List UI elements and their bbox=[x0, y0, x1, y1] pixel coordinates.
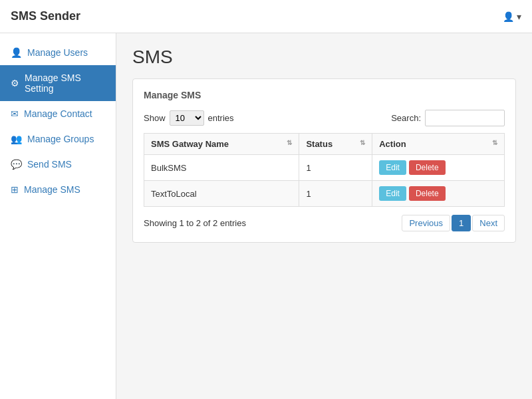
user-dropdown-arrow: ▾ bbox=[517, 11, 521, 22]
manage-contact-icon: ✉ bbox=[11, 108, 19, 119]
manage-users-label: Manage Users bbox=[27, 47, 88, 58]
send-sms-label: Send SMS bbox=[27, 159, 72, 170]
manage-groups-icon: 👥 bbox=[11, 134, 22, 144]
next-button[interactable]: Next bbox=[472, 215, 505, 231]
user-menu[interactable]: 👤 ▾ bbox=[503, 11, 521, 22]
manage-users-icon: 👤 bbox=[11, 47, 22, 58]
search-box: Search: bbox=[391, 110, 505, 126]
sidebar-item-manage-sms[interactable]: ⊞Manage SMS bbox=[0, 177, 116, 202]
sort-icon: ⇅ bbox=[287, 139, 292, 146]
col-action[interactable]: Action⇅ bbox=[372, 134, 505, 155]
manage-sms-icon: ⊞ bbox=[11, 184, 19, 195]
manage-contact-label: Manage Contact bbox=[24, 108, 92, 119]
table-header-row: SMS Gatway Name⇅Status⇅Action⇅ bbox=[144, 134, 505, 155]
manage-sms-setting-label: Manage SMS Setting bbox=[25, 72, 105, 94]
sidebar-item-manage-sms-setting[interactable]: ⚙Manage SMS Setting bbox=[0, 65, 116, 101]
show-entries-control: Show 10 25 50 100 entries bbox=[144, 110, 234, 126]
sidebar-item-manage-users[interactable]: 👤Manage Users bbox=[0, 40, 116, 65]
pagination: Previous 1 Next bbox=[402, 215, 505, 231]
gateway-name-cell: TextToLocal bbox=[144, 181, 299, 207]
sms-table: SMS Gatway Name⇅Status⇅Action⇅ BulkSMS1E… bbox=[144, 133, 505, 207]
previous-button[interactable]: Previous bbox=[402, 215, 450, 231]
manage-sms-card: Manage SMS Show 10 25 50 100 entries Sea… bbox=[132, 78, 516, 243]
show-label: Show bbox=[144, 113, 166, 123]
action-cell: EditDelete bbox=[372, 181, 505, 207]
gateway-name-cell: BulkSMS bbox=[144, 155, 299, 181]
user-icon: 👤 bbox=[503, 11, 514, 22]
main-content: SMS Manage SMS Show 10 25 50 100 entries… bbox=[116, 33, 532, 399]
manage-groups-label: Manage Groups bbox=[27, 134, 94, 144]
page-title: SMS bbox=[132, 47, 516, 68]
app-title: SMS Sender bbox=[11, 9, 80, 23]
manage-sms-setting-icon: ⚙ bbox=[11, 78, 19, 88]
showing-text: Showing 1 to 2 of 2 entries bbox=[144, 218, 246, 228]
sort-icon: ⇅ bbox=[492, 139, 497, 146]
page-1-button[interactable]: 1 bbox=[452, 215, 471, 231]
table-head: SMS Gatway Name⇅Status⇅Action⇅ bbox=[144, 134, 505, 155]
sidebar-item-manage-groups[interactable]: 👥Manage Groups bbox=[0, 126, 116, 152]
table-body: BulkSMS1EditDeleteTextToLocal1EditDelete bbox=[144, 155, 505, 207]
send-sms-icon: 💬 bbox=[11, 159, 22, 170]
delete-button-0[interactable]: Delete bbox=[409, 160, 446, 175]
col-sms-gatway-name[interactable]: SMS Gatway Name⇅ bbox=[144, 134, 299, 155]
entries-label: entries bbox=[208, 113, 234, 123]
edit-button-1[interactable]: Edit bbox=[379, 186, 406, 201]
manage-sms-label: Manage SMS bbox=[24, 184, 80, 195]
navbar: SMS Sender 👤 ▾ bbox=[0, 0, 532, 33]
card-title: Manage SMS bbox=[144, 90, 505, 100]
sidebar-item-manage-contact[interactable]: ✉Manage Contact bbox=[0, 101, 116, 126]
table-row: TextToLocal1EditDelete bbox=[144, 181, 505, 207]
table-controls: Show 10 25 50 100 entries Search: bbox=[144, 110, 505, 126]
layout: 👤Manage Users⚙Manage SMS Setting✉Manage … bbox=[0, 33, 532, 399]
status-cell: 1 bbox=[299, 181, 372, 207]
edit-button-0[interactable]: Edit bbox=[379, 160, 406, 175]
sidebar-item-send-sms[interactable]: 💬Send SMS bbox=[0, 152, 116, 177]
sort-icon: ⇅ bbox=[360, 139, 365, 146]
col-status[interactable]: Status⇅ bbox=[299, 134, 372, 155]
search-label: Search: bbox=[391, 113, 421, 123]
status-cell: 1 bbox=[299, 155, 372, 181]
delete-button-1[interactable]: Delete bbox=[409, 186, 446, 201]
action-cell: EditDelete bbox=[372, 155, 505, 181]
search-input[interactable] bbox=[425, 110, 505, 126]
pagination-row: Showing 1 to 2 of 2 entries Previous 1 N… bbox=[144, 215, 505, 231]
entries-select[interactable]: 10 25 50 100 bbox=[170, 110, 204, 126]
table-row: BulkSMS1EditDelete bbox=[144, 155, 505, 181]
sidebar: 👤Manage Users⚙Manage SMS Setting✉Manage … bbox=[0, 33, 116, 399]
